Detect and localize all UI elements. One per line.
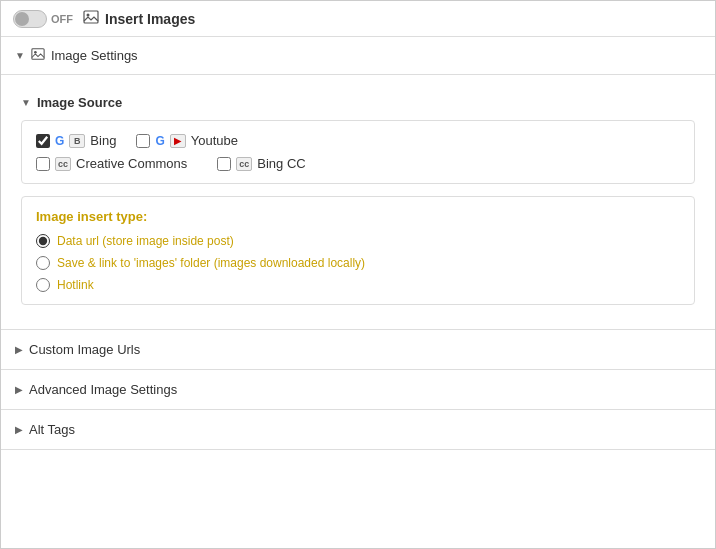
bing-cc-label: Bing CC (257, 156, 305, 171)
youtube-icon: ▶ (170, 134, 186, 148)
header-bar: OFF Insert Images (1, 1, 715, 37)
save-link-radio-item[interactable]: Save & link to 'images' folder (images d… (36, 256, 680, 270)
advanced-image-settings-header[interactable]: ▶ Advanced Image Settings (1, 370, 715, 409)
image-source-chevron: ▼ (21, 97, 31, 108)
insert-images-icon (83, 9, 99, 28)
data-url-radio[interactable] (36, 234, 50, 248)
bing-g-icon: G (55, 134, 64, 148)
svg-rect-0 (84, 11, 98, 23)
custom-image-urls-chevron: ▶ (15, 344, 23, 355)
data-url-label: Data url (store image inside post) (57, 234, 234, 248)
advanced-image-settings-chevron: ▶ (15, 384, 23, 395)
youtube-checkbox-item[interactable]: G ▶ Youtube (136, 133, 238, 148)
bing-checkbox[interactable] (36, 134, 50, 148)
youtube-label: Youtube (191, 133, 238, 148)
checkbox-row-1: G B Bing G ▶ Youtube (36, 133, 680, 148)
image-source-checkboxes: G B Bing G ▶ Youtube (21, 120, 695, 184)
youtube-g-icon: G (155, 134, 164, 148)
creative-commons-checkbox-item[interactable]: cc Creative Commons (36, 156, 187, 171)
image-settings-chevron-down: ▼ (15, 50, 25, 61)
bing-icon: B (69, 134, 85, 148)
save-link-radio[interactable] (36, 256, 50, 270)
hotlink-label: Hotlink (57, 278, 94, 292)
image-settings-label: Image Settings (51, 48, 138, 63)
image-source-header[interactable]: ▼ Image Source (21, 89, 695, 120)
alt-tags-label: Alt Tags (29, 422, 75, 437)
bing-checkbox-item[interactable]: G B Bing (36, 133, 116, 148)
bing-cc-icon: cc (236, 157, 252, 171)
header-title-text: Insert Images (105, 11, 195, 27)
advanced-image-settings-section: ▶ Advanced Image Settings (1, 370, 715, 410)
alt-tags-chevron: ▶ (15, 424, 23, 435)
bing-cc-checkbox-item[interactable]: cc Bing CC (217, 156, 305, 171)
toggle-container[interactable]: OFF (13, 10, 73, 28)
custom-image-urls-header[interactable]: ▶ Custom Image Urls (1, 330, 715, 369)
checkbox-row-2: cc Creative Commons cc Bing CC (36, 156, 680, 171)
svg-point-3 (34, 51, 37, 54)
creative-commons-checkbox[interactable] (36, 157, 50, 171)
toggle-label: OFF (51, 13, 73, 25)
header-title: Insert Images (83, 9, 195, 28)
save-link-label: Save & link to 'images' folder (images d… (57, 256, 365, 270)
alt-tags-header[interactable]: ▶ Alt Tags (1, 410, 715, 449)
custom-image-urls-label: Custom Image Urls (29, 342, 140, 357)
bing-cc-checkbox[interactable] (217, 157, 231, 171)
alt-tags-section: ▶ Alt Tags (1, 410, 715, 450)
insert-type-label: Image insert type: (36, 209, 680, 224)
image-settings-content: ▼ Image Source G B Bing (1, 75, 715, 329)
creative-commons-label: Creative Commons (76, 156, 187, 171)
image-settings-section: ▼ Image Settings ▼ Image Source (1, 37, 715, 330)
bing-label: Bing (90, 133, 116, 148)
image-settings-icon (31, 47, 45, 64)
data-url-radio-item[interactable]: Data url (store image inside post) (36, 234, 680, 248)
insert-type-box: Image insert type: Data url (store image… (21, 196, 695, 305)
advanced-image-settings-label: Advanced Image Settings (29, 382, 177, 397)
image-source-subsection: ▼ Image Source G B Bing (21, 89, 695, 305)
image-source-label: Image Source (37, 95, 122, 110)
custom-image-urls-section: ▶ Custom Image Urls (1, 330, 715, 370)
hotlink-radio[interactable] (36, 278, 50, 292)
svg-rect-2 (32, 49, 44, 60)
main-window: OFF Insert Images ▼ Im (0, 0, 716, 549)
creative-commons-icon: cc (55, 157, 71, 171)
hotlink-radio-item[interactable]: Hotlink (36, 278, 680, 292)
image-settings-header[interactable]: ▼ Image Settings (1, 37, 715, 75)
youtube-checkbox[interactable] (136, 134, 150, 148)
toggle-switch[interactable] (13, 10, 47, 28)
svg-point-1 (87, 14, 90, 17)
